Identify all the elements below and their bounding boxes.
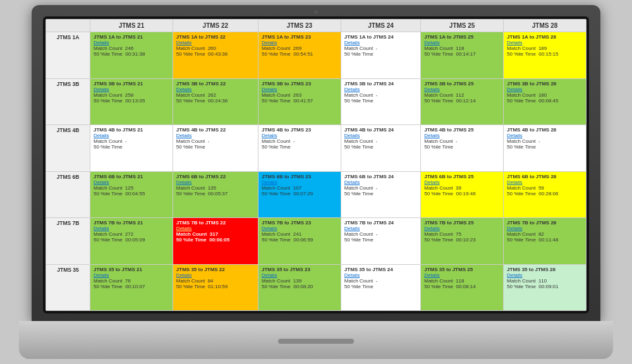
cell-4-0: JTMS 7B to JTMS 21 Details Match Count 2…: [90, 218, 173, 265]
cell-0-4: JTMS 1A to JTMS 25 Details Match Count 1…: [421, 32, 504, 79]
details-link[interactable]: Details: [344, 226, 417, 231]
table-row: JTMS 1A JTMS 1A to JTMS 21 Details Match…: [46, 32, 586, 79]
table-row: JTMS 3B JTMS 3B to JTMS 21 Details Match…: [46, 78, 586, 125]
details-link[interactable]: Details: [344, 40, 417, 46]
table-row: JTMS 4B JTMS 4B to JTMS 21 Details Match…: [46, 125, 586, 172]
details-link[interactable]: Details: [507, 272, 583, 278]
row-header-jtms-6b: JTMS 6B: [46, 171, 90, 218]
cell-0-2: JTMS 1A to JTMS 23 Details Match Count 2…: [258, 32, 341, 79]
cell-3-4: JTMS 6B to JTMS 25 Details Match Count 3…: [421, 171, 504, 218]
cell-2-1: JTMS 4B to JTMS 22 Details Match Count -…: [173, 125, 258, 172]
cell-5-4: JTMS 35 to JTMS 25 Details Match Count 1…: [421, 264, 504, 311]
details-link[interactable]: Details: [94, 272, 169, 278]
cell-5-0: JTMS 35 to JTMS 21 Details Match Count 7…: [90, 264, 173, 311]
details-link[interactable]: Details: [424, 40, 500, 46]
camera: [314, 10, 318, 14]
details-link[interactable]: Details: [94, 87, 169, 92]
details-link[interactable]: Details: [94, 226, 169, 231]
cell-1-2: JTMS 3B to JTMS 23 Details Match Count 2…: [258, 78, 341, 125]
screen-bezel: JTMS 21 JTMS 22 JTMS 23 JTMS 24 JTMS 25 …: [43, 16, 589, 313]
details-link[interactable]: Details: [424, 133, 500, 138]
details-link[interactable]: Details: [507, 40, 583, 46]
cell-2-3: JTMS 4B to JTMS 24 Details Match Count -…: [341, 125, 420, 172]
cell-0-3: JTMS 1A to JTMS 24 Details Match Count -…: [341, 32, 420, 79]
cell-1-1: JTMS 3B to JTMS 22 Details Match Count 2…: [173, 78, 258, 125]
cell-3-5: JTMS 6B to JTMS 28 Details Match Count 5…: [504, 171, 586, 218]
details-link[interactable]: Details: [424, 87, 500, 92]
details-link[interactable]: Details: [176, 272, 255, 278]
details-link[interactable]: Details: [176, 133, 255, 138]
cell-3-1: JTMS 6B to JTMS 22 Details Match Count 1…: [173, 171, 258, 218]
col-header-jtms23: JTMS 23: [258, 20, 341, 32]
screen: JTMS 21 JTMS 22 JTMS 23 JTMS 24 JTMS 25 …: [46, 19, 586, 311]
cell-2-4: JTMS 4B to JTMS 25 Details Match Count -…: [421, 125, 504, 172]
details-link[interactable]: Details: [507, 87, 583, 92]
cell-1-0: JTMS 3B to JTMS 21 Details Match Count 2…: [90, 78, 173, 125]
cell-4-2: JTMS 7B to JTMS 23 Details Match Count 2…: [258, 218, 341, 265]
details-link[interactable]: Details: [507, 226, 583, 231]
details-link[interactable]: Details: [344, 179, 417, 185]
details-link[interactable]: Details: [176, 87, 255, 92]
row-header-jtms-4b: JTMS 4B: [46, 125, 90, 172]
details-link[interactable]: Details: [344, 272, 417, 278]
cell-1-3: JTMS 3B to JTMS 24 Details Match Count -…: [341, 78, 420, 125]
col-header-jtms24: JTMS 24: [341, 20, 420, 32]
details-link[interactable]: Details: [262, 226, 337, 231]
details-link[interactable]: Details: [176, 179, 255, 185]
details-link[interactable]: Details: [344, 133, 417, 138]
cell-3-3: JTMS 6B to JTMS 24 Details Match Count -…: [341, 171, 420, 218]
cell-2-5: JTMS 4B to JTMS 28 Details Match Count -…: [504, 125, 586, 172]
details-link[interactable]: Details: [262, 272, 337, 278]
details-link[interactable]: Details: [176, 40, 255, 46]
laptop-hinge: [278, 339, 354, 344]
details-link[interactable]: Details: [176, 226, 255, 231]
cell-4-4: JTMS 7B to JTMS 25 Details Match Count 7…: [421, 218, 504, 265]
details-link[interactable]: Details: [424, 226, 500, 231]
cell-3-2: JTMS 6B to JTMS 23 Details Match Count 1…: [258, 171, 341, 218]
details-link[interactable]: Details: [424, 179, 500, 185]
details-link[interactable]: Details: [262, 40, 337, 46]
details-link[interactable]: Details: [94, 133, 169, 138]
details-link[interactable]: Details: [94, 179, 169, 185]
col-header-jtms25: JTMS 25: [421, 20, 504, 32]
cell-0-0: JTMS 1A to JTMS 21 Details Match Count 2…: [90, 32, 173, 79]
cell-0-1: JTMS 1A to JTMS 22 Details Match Count 2…: [173, 32, 258, 79]
cell-5-1: JTMS 35 to JTMS 22 Details Match Count 8…: [173, 264, 258, 311]
data-table: JTMS 21 JTMS 22 JTMS 23 JTMS 24 JTMS 25 …: [46, 19, 586, 311]
details-link[interactable]: Details: [262, 179, 337, 185]
table-row: JTMS 35 JTMS 35 to JTMS 21 Details Match…: [46, 264, 586, 311]
details-link[interactable]: Details: [262, 87, 337, 92]
details-link[interactable]: Details: [507, 179, 583, 185]
cell-2-0: JTMS 4B to JTMS 21 Details Match Count -…: [90, 125, 173, 172]
col-header-jtms22: JTMS 22: [173, 20, 258, 32]
col-header-jtms21: JTMS 21: [90, 20, 173, 32]
details-link[interactable]: Details: [507, 133, 583, 138]
cell-5-5: JTMS 35 to JTMS 28 Details Match Count 1…: [504, 264, 586, 311]
table-row: JTMS 7B JTMS 7B to JTMS 21 Details Match…: [46, 218, 586, 265]
col-header-jtms28: JTMS 28: [504, 20, 586, 32]
details-link[interactable]: Details: [344, 87, 417, 92]
laptop-body: JTMS 21 JTMS 22 JTMS 23 JTMS 24 JTMS 25 …: [32, 5, 600, 321]
row-header-jtms-1a: JTMS 1A: [46, 32, 90, 79]
cell-5-3: JTMS 35 to JTMS 24 Details Match Count -…: [341, 264, 420, 311]
row-header-jtms-35: JTMS 35: [46, 264, 90, 311]
details-link[interactable]: Details: [94, 40, 169, 46]
laptop-base: [19, 321, 613, 359]
cell-0-5: JTMS 1A to JTMS 28 Details Match Count 1…: [504, 32, 586, 79]
cell-2-2: JTMS 4B to JTMS 23 Details Match Count -…: [258, 125, 341, 172]
cell-5-2: JTMS 35 to JTMS 23 Details Match Count 1…: [258, 264, 341, 311]
details-link[interactable]: Details: [424, 272, 500, 278]
cell-1-4: JTMS 3B to JTMS 25 Details Match Count 1…: [421, 78, 504, 125]
laptop: JTMS 21 JTMS 22 JTMS 23 JTMS 24 JTMS 25 …: [32, 5, 600, 359]
col-header-empty: [46, 20, 90, 32]
table-row: JTMS 6B JTMS 6B to JTMS 21 Details Match…: [46, 171, 586, 218]
cell-3-0: JTMS 6B to JTMS 21 Details Match Count 1…: [90, 171, 173, 218]
details-link[interactable]: Details: [262, 133, 337, 138]
header-row: JTMS 21 JTMS 22 JTMS 23 JTMS 24 JTMS 25 …: [46, 20, 586, 32]
cell-4-3: JTMS 7B to JTMS 24 Details Match Count -…: [341, 218, 420, 265]
cell-1-5: JTMS 3B to JTMS 28 Details Match Count 1…: [504, 78, 586, 125]
row-header-jtms-7b: JTMS 7B: [46, 218, 90, 265]
cell-4-5: JTMS 7B to JTMS 28 Details Match Count 8…: [504, 218, 586, 265]
cell-4-1: JTMS 7B to JTMS 22 Details Match Count 3…: [173, 218, 258, 265]
row-header-jtms-3b: JTMS 3B: [46, 78, 90, 125]
